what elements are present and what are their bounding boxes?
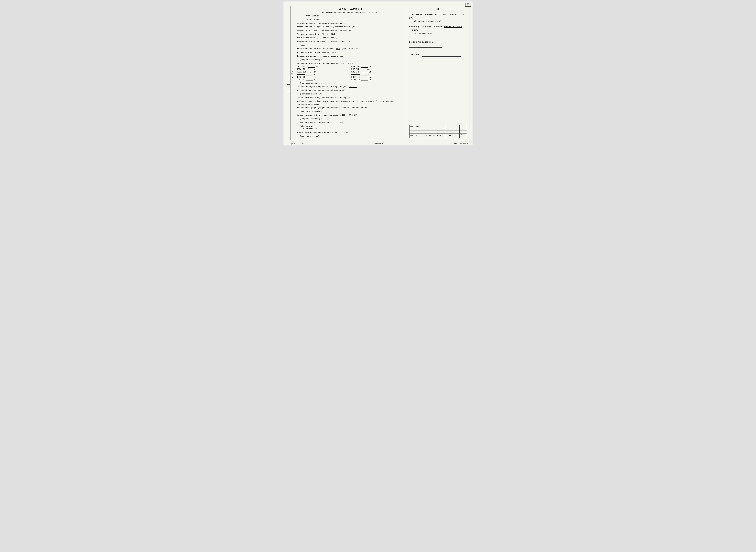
calorifer-row-5-right: КСК4-II шт (351, 76, 405, 79)
stamp-cell (446, 131, 459, 133)
calorifer-row-6-right: КСК4-I2 шт (351, 79, 405, 81)
stamp-cell (446, 125, 459, 128)
last-row-note: (ненужное зачеркнуть) (300, 93, 405, 95)
footer-left: ЦИТП СС 12104 (291, 143, 305, 145)
stamp-cell (422, 131, 425, 133)
footer-right: ГОСТ 21.110–82 (454, 143, 469, 145)
album-label: Альбом V (291, 6, 294, 140)
drive2-section: Привод утепленной заслонки МЗО-I0/25–025… (409, 25, 467, 35)
stamp-row-3 (410, 131, 467, 133)
stamp-cell: Приказан (410, 125, 422, 128)
drive-recir-line: Привод рециркуляционной заслонки нет шт (297, 131, 405, 134)
contractor-section: Заказчик (409, 53, 467, 57)
execution-line: Исполнение камеры правое, левое (ненужно… (297, 25, 405, 28)
intake-line: Приёмная секция с фильтром (только для к… (297, 100, 405, 106)
stamp-cell (425, 125, 446, 128)
stamp-cell-doc: ТП 503–9–12.86 (425, 133, 446, 138)
stamp-cell-sheet: Лист12 (459, 133, 467, 138)
stamp-cell (422, 128, 425, 131)
stamp-cell-code: – ОВI. СО (446, 133, 459, 138)
side-box-1 (287, 71, 290, 78)
recirculation-line: Расположение рециркуляционной заслонки в… (297, 106, 405, 109)
stamp-table: Приказан (409, 125, 467, 138)
main-border: Альбом V БЛАНК – ЗАКАЗ № I на приточную … (291, 6, 469, 140)
stamp-cell (422, 133, 425, 138)
recirculation-note: (ненужное зачеркнуть) (300, 110, 405, 113)
calorifer-note: (ненужное зачеркнуть) (300, 82, 405, 85)
stamp-cell (410, 131, 422, 133)
insulated-zaslonka: Утепленная заслонка КВУ I800хI400А – I ш… (409, 13, 467, 23)
calorifer-row-5-left: КСК3-II шт (297, 76, 350, 79)
stamp-row-2 (410, 128, 467, 131)
motor-line: Электродвигатель 4АI60МЗ мощность, кВт I… (297, 40, 405, 43)
calorifer-table: КЭС-10Г шт КВБ-10П шт КВСА IШ I шт КВБ-I… (297, 65, 405, 81)
rpm-line: Число оборотов вентилятора в мин. 600 (Г… (297, 47, 405, 50)
stamp-cell (410, 128, 422, 131)
calorifer-row-4-right: КСК4-I0 шт (351, 74, 405, 76)
direction-line: Направление вращения колеса правое, лево… (297, 54, 405, 57)
last-row-line: Последний ряд калориферов полный (неполн… (297, 89, 405, 92)
side-box-2 (287, 78, 290, 85)
position-line: Положение корпуса вентилятора ПР 0° (297, 51, 405, 54)
footer-format: Формат А3 (374, 143, 384, 145)
stamp-cell (422, 125, 425, 128)
direction-note: (ненужное зачеркнуть) (300, 58, 405, 61)
recir-zaslonka-sub: /обозначение, количество / (300, 125, 405, 130)
stamp-row-header: Приказан (410, 125, 467, 128)
calorifer-row-2-right: КВБ-IШ шт (351, 68, 405, 71)
calorifer-row-1-right: КВБ-10П шт (351, 65, 405, 68)
type-sub: /тип/ (300, 44, 405, 46)
stamp-cell (459, 128, 467, 131)
page-number: 23 (465, 3, 471, 7)
stamp-cell (446, 128, 459, 131)
calorifer-row-6-left: КСК3-I2 шт (297, 79, 350, 81)
rows-line: Количество рядов калориферов по ходу воз… (297, 85, 405, 88)
calorifer-row-3-right: КВБ-I2Н шт (351, 71, 405, 73)
irrigation-line: Секция орошения есть, нет (ненужное заче… (297, 96, 405, 99)
calorifer-row-3-left: КВСА I2П I шт (297, 71, 350, 73)
scheme-line: Схема исполнения 6 количество I (297, 36, 405, 39)
filter-note: (ненужное зачеркнуть) (300, 117, 405, 120)
subtitle1: на приточную вентиляционную камеру при t… (297, 12, 405, 14)
stamp-cell (425, 128, 446, 131)
fan-line: Вентилятор АТ2.5–4 (обозначение по Руков… (297, 29, 405, 32)
calorifer-row-2-left: КВСА IШ I шт (297, 68, 350, 71)
fan-type-line: Тип вентилятора В– Ц4–70 № I2.5 (297, 33, 405, 35)
stamp-area: Приказан (409, 125, 467, 138)
side-boxes (287, 71, 290, 92)
quantity-line: Количество камер по данному бланк-заказу… (297, 22, 405, 25)
stamp-cell (459, 125, 467, 128)
calorifer-title: Калориферная секция с калориферами по ГО… (297, 62, 405, 64)
right-title: – 2 – (409, 8, 467, 10)
calorifer-row-1-left: КЭС-10Г шт (297, 65, 350, 68)
stamp-row-bottom: Инв. № ТП 503–9–12.86 – ОВI. СО Лист12 (410, 133, 467, 138)
content-area: БЛАНК – ЗАКАЗ № I на приточную вентиляци… (294, 6, 469, 140)
recir-zaslonka-line: Рециркуляционная заслонка нет шт. (297, 121, 405, 124)
stamp-cell-inv: Инв. № (410, 133, 422, 138)
left-column: БЛАНК – ЗАКАЗ № I на приточную вентиляци… (294, 6, 407, 140)
page: 23 Альбом V БЛАНК – ЗАКАЗ № I на приточн… (284, 2, 472, 145)
right-column: – 2 – Утепленная заслонка КВУ I800хI400А… (407, 6, 469, 140)
filter-section-line: Секция фильтра с фильтрующим материалом … (297, 114, 405, 116)
type-line: типа 2ПК 40 (297, 14, 405, 17)
footer: ЦИТП СС 12104 Формат А3 ГОСТ 21.110–82 (284, 142, 472, 145)
drive-recir-sub: (тип, количество) (300, 135, 405, 137)
calorifer-row-4-left: КСК3-I0 шт (297, 74, 350, 76)
side-box-3 (287, 85, 290, 92)
stamp-cell (425, 131, 446, 133)
customer-requisites: Реквизиты заказчика (409, 40, 467, 47)
form-title: БЛАНК – ЗАКАЗ № I (297, 8, 405, 10)
series-line: Серия 5.904-I2 (297, 18, 405, 21)
stamp-cell (459, 131, 467, 133)
